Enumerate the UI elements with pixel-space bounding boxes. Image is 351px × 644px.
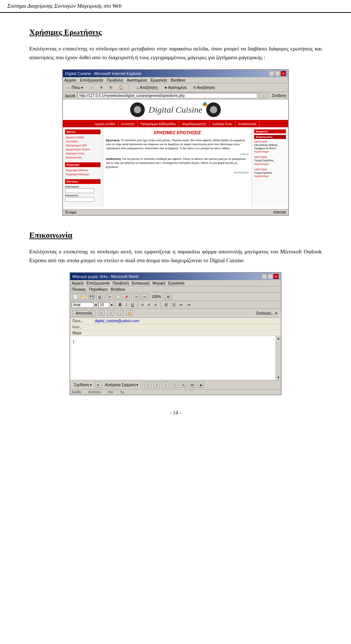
autoshapes-button[interactable]: Αυτόματα Σχήματα ▾ [103,382,140,388]
search-button[interactable]: 🔍 Αναζήτηση [132,84,160,91]
dc-nav-useful[interactable]: Χρήσιμε Ϊ́ωλε [210,121,235,127]
signature-icon[interactable]: ✍ [127,310,133,316]
dc-link-register-member[interactable]: Εγγραφή Μέλους [65,168,101,172]
dc-link-diet[interactable]: Ημερολόγιο Ντιέτα [65,147,101,151]
open-icon[interactable]: 📂 [80,294,87,300]
word-toolbar-2: ▾ ▾ B I U ≡ ≡ ≡ ☰ ☷ ⇤ ⇥ [70,301,281,309]
paste-icon[interactable]: 📌 [123,294,129,300]
align-right-button[interactable]: ≡ [153,302,158,308]
word-menu-view[interactable]: Προβολή [113,281,129,285]
to-label[interactable]: Προς... [72,319,94,323]
username-input[interactable] [65,188,94,193]
to-value[interactable]: digital_cuisine@yahoo.com [94,319,279,323]
word-menu-window[interactable]: Παράθυρο [89,287,107,291]
attach-icon[interactable]: 📎 [98,310,105,316]
dc-link-program[interactable]: Πρόγραμμα εβδ. [65,143,101,147]
options-icon[interactable]: ⚙ [165,294,171,300]
subject-input[interactable] [94,331,279,335]
priority-high-icon[interactable]: ! [107,310,114,316]
back-button[interactable]: ← Πίσω ▾ [64,84,86,91]
font-size-input[interactable] [98,302,109,308]
send-button[interactable]: Αποστολή [72,310,95,316]
print-icon[interactable]: 🖨 [96,294,103,300]
word-minimize-btn[interactable]: _ [262,274,267,279]
redo-icon[interactable]: ↪ [141,294,148,300]
word-menu-edit[interactable]: Επεξεργασία [87,281,110,285]
dc-news-1-link[interactable]: περισσότερα [254,150,269,153]
word-close-btn[interactable]: ✕ [273,274,279,279]
menu-help[interactable]: Βοήθεια [171,78,185,82]
maximize-btn[interactable]: □ [275,71,280,76]
dc-nav-program[interactable]: Πρόγραμμα Εβδομάδας [138,121,179,127]
bold-button[interactable]: B [117,302,123,308]
home-button[interactable]: 🏠 [116,84,126,91]
cut-icon[interactable]: ✂ [107,294,113,300]
scroll-up-btn[interactable]: ▲ [276,336,281,341]
word-menu-tools[interactable]: Εργαλεία [168,281,185,285]
underline-button[interactable]: U [130,302,135,308]
dc-link-contact[interactable]: Επικοινωνία [65,155,101,159]
textbox-icon[interactable]: A [180,382,186,388]
close-btn[interactable]: ✕ [281,71,286,76]
dc-link-register-chef[interactable]: Εγγραφή Μάγειρα [65,172,101,176]
dc-nav-feme[interactable]: Φεμεδομετρητής [179,121,210,127]
word-maximize-btn[interactable]: □ [268,274,273,279]
line-icon[interactable]: \ [145,382,151,388]
indent-dec-button[interactable]: ⇤ [178,302,184,308]
menu-file[interactable]: Αρχείο [64,78,76,82]
dc-nav-contact[interactable]: Επικοινωνία [235,121,260,127]
number-list-button[interactable]: ☷ [171,302,177,308]
wordart-icon[interactable]: W [189,382,195,388]
cc-label[interactable]: Κοιν... [72,325,94,329]
password-input[interactable] [65,197,94,202]
dc-link-home[interactable]: Αρχική Σελίδα [65,135,101,139]
dc-link-recipes[interactable]: Συνταγές [65,139,101,143]
menu-view[interactable]: Προβολή [107,78,123,82]
dc-nav-home[interactable]: Αρχική Σελίδα [91,121,118,127]
word-menu-help[interactable]: Βοήθεια [111,287,125,291]
dc-nav-recipes[interactable]: Συνταγές [118,121,138,127]
copy-icon[interactable]: 📋 [115,294,121,300]
word-menu-file[interactable]: Αρχείο [72,281,84,285]
draw-button[interactable]: Σχεδίαση ▾ [72,382,93,388]
fill-color-icon[interactable]: ◈ [197,382,204,388]
undo-icon[interactable]: ↩ [133,294,140,300]
word-menu-insert[interactable]: Εισαγωγή [132,281,150,285]
options-button[interactable]: Επιλογές... ▾ [255,310,279,316]
refresh-button[interactable]: ↻ [107,84,115,91]
menu-favorites[interactable]: Αγαπημένα [127,78,147,82]
font-name-input[interactable] [72,302,94,308]
menu-edit[interactable]: Επεξεργασία [80,78,103,82]
favorites-button[interactable]: ★ Αγαπημένα [162,84,189,91]
italic-button[interactable]: I [124,302,128,308]
dc-answer-text: Απάντηση: Για να γίνεται το παστίσιο στα… [106,157,249,169]
forward-button[interactable]: → [87,84,96,91]
save-icon[interactable]: 💾 [88,294,95,300]
dc-news-2-link[interactable]: περισσότερα [254,163,269,165]
new-icon[interactable]: 📄 [72,294,79,300]
history-button[interactable]: ↻ Αναζήτηση [191,84,218,91]
arrow-icon[interactable]: / [154,382,160,388]
draw-menu-icon[interactable]: ▾ [95,382,102,388]
priority-low-icon[interactable]: ↓ [117,310,124,316]
cc-value[interactable] [94,327,279,328]
stop-button[interactable]: ✕ [97,84,105,91]
scroll-down-btn[interactable]: ▼ [276,375,281,380]
dc-news-3-link[interactable]: περισσότερα [254,175,269,177]
dc-news-2-date: 28/07/2006 [254,155,286,159]
oval-icon[interactable]: ○ [162,382,169,388]
indent-inc-button[interactable]: ⇥ [186,302,192,308]
word-menu-format[interactable]: Μορφή [152,281,165,285]
minimize-btn[interactable]: _ [269,71,274,76]
address-input[interactable] [78,93,257,98]
go-button[interactable]: → [259,93,268,98]
word-body[interactable]: | [70,336,281,380]
dc-link-useful[interactable]: Χρήσιμα Λινκς [65,151,101,155]
align-left-button[interactable]: ≡ [140,302,145,308]
rect-icon[interactable]: □ [171,382,178,388]
menu-tools[interactable]: Εργαλεία [151,78,167,82]
align-center-button[interactable]: ≡ [147,302,152,308]
bullet-list-button[interactable]: ☰ [163,302,169,308]
dc-login-title: Είσοδος [65,179,101,184]
word-menu-table[interactable]: Πίνακας [72,287,86,291]
